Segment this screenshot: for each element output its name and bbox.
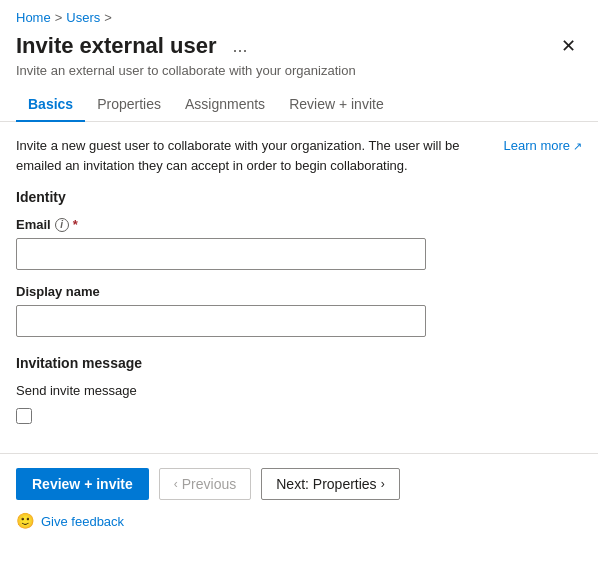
tab-assignments[interactable]: Assignments [173,88,277,122]
email-input[interactable] [16,238,426,270]
display-name-input[interactable] [16,305,426,337]
learn-more-link[interactable]: Learn more ↗ [504,136,582,156]
ellipsis-button[interactable]: ... [227,34,254,59]
email-label-text: Email [16,217,51,232]
email-field-container: Email i * [0,217,598,284]
info-banner: Invite a new guest user to collaborate w… [0,122,598,185]
display-name-label-text: Display name [16,284,100,299]
send-invite-checkbox[interactable] [16,408,32,424]
footer-buttons: Review + invite ‹ Previous Next: Propert… [0,468,598,500]
info-banner-message: Invite a new guest user to collaborate w… [16,138,459,173]
invitation-message-section-title: Invitation message [0,351,598,383]
page-title: Invite external user [16,33,217,59]
breadcrumb-sep2: > [104,10,112,25]
give-feedback-link[interactable]: Give feedback [41,514,124,529]
tab-review-invite[interactable]: Review + invite [277,88,396,122]
email-label: Email i * [16,217,582,232]
info-banner-text: Invite a new guest user to collaborate w… [16,136,492,175]
email-required-star: * [73,217,78,232]
header-row: Invite external user ... ✕ [0,31,598,61]
next-properties-button[interactable]: Next: Properties › [261,468,399,500]
chevron-left-icon: ‹ [174,477,178,491]
breadcrumb-sep1: > [55,10,63,25]
next-label: Next: Properties [276,476,376,492]
breadcrumb-users[interactable]: Users [66,10,100,25]
header-left: Invite external user ... [16,33,254,59]
tabs-container: Basics Properties Assignments Review + i… [0,88,598,122]
tab-properties[interactable]: Properties [85,88,173,122]
identity-section-title: Identity [0,185,598,217]
display-name-field-container: Display name [0,284,598,351]
external-link-icon: ↗ [573,138,582,155]
chevron-right-icon: › [381,477,385,491]
email-info-icon[interactable]: i [55,218,69,232]
footer-divider [0,453,598,454]
breadcrumb-home[interactable]: Home [16,10,51,25]
previous-label: Previous [182,476,236,492]
page-subtitle: Invite an external user to collaborate w… [0,61,598,88]
display-name-label: Display name [16,284,582,299]
previous-button[interactable]: ‹ Previous [159,468,251,500]
give-feedback-row: 🙂 Give feedback [0,500,598,538]
send-invite-label: Send invite message [0,383,598,406]
breadcrumb: Home > Users > [0,0,598,31]
send-invite-checkbox-row [0,406,598,443]
close-button[interactable]: ✕ [555,35,582,57]
tab-basics[interactable]: Basics [16,88,85,122]
feedback-icon: 🙂 [16,512,35,530]
review-invite-button[interactable]: Review + invite [16,468,149,500]
learn-more-label: Learn more [504,136,570,156]
